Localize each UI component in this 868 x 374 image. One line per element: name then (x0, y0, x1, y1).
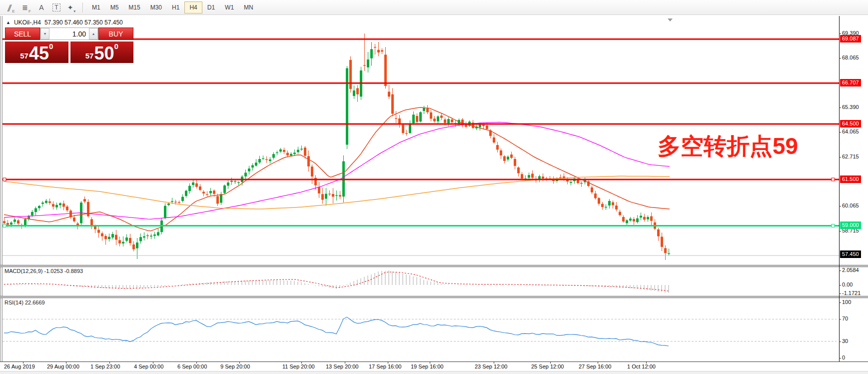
drawing-tools-group: ∥E≣FAT✦▾ (4, 2, 79, 14)
date-label: 1 Sep 23:00 (90, 364, 120, 370)
timeframe-button-mn[interactable]: MN (239, 2, 258, 14)
date-label: 9 Sep 20:00 (220, 364, 250, 370)
price-tick-mark (839, 58, 841, 58)
date-label: 25 Sep 12:00 (531, 364, 564, 370)
date-axis-border (0, 362, 868, 362)
toolbar: ∥E≣FAT✦▾ M1M5M15M30H1H4D1W1MN (0, 0, 868, 15)
symbol-label: UKOil-,H4 (14, 19, 41, 26)
rsi-axis-label: 100 (842, 299, 851, 305)
level-price-chip-66.707: 66.707 (840, 79, 861, 86)
rsi-axis-label: 0 (842, 354, 845, 360)
sell-price-big: 45 (29, 46, 49, 62)
rsi-tick-mark (839, 358, 841, 358)
rsi-axis-label: 30 (842, 338, 848, 344)
level-price-chip-64.500: 64.500 (840, 120, 861, 128)
macd-label: MACD(12,26,9) -1.0253 -0.8893 (4, 268, 83, 274)
rsi-tick-mark (839, 302, 841, 303)
rsi-canvas[interactable] (0, 298, 839, 362)
fibonacci-icon: ≣ (22, 4, 28, 12)
sell-price-sup: 0 (49, 42, 53, 50)
arrows-icon: ✦ (67, 4, 73, 12)
price-tick-mark (839, 34, 841, 34)
trade-panel-price-row: 57 45 0 57 50 0 (5, 42, 133, 63)
buy-price-sup: 0 (114, 42, 118, 50)
price-axis-border (839, 16, 840, 362)
equidistant-channel-button[interactable]: ∥E (5, 2, 18, 14)
date-label: 11 Sep 20:00 (282, 364, 315, 370)
volume-control: ▼ ▲ (40, 28, 98, 40)
price-tick-label: 62.715 (842, 154, 859, 160)
date-label: 4 Sep 00:00 (134, 364, 163, 370)
text-label-button[interactable]: T (50, 2, 63, 14)
timeframe-button-h1[interactable]: H1 (167, 2, 184, 14)
level-price-chip-59.000: 59.000 (840, 222, 861, 229)
ma-line-mid (4, 122, 670, 219)
price-tick-mark (839, 206, 841, 206)
price-tick-mark (839, 231, 841, 232)
line-handle (3, 224, 6, 227)
chart-title: ▲ UKOil-,H4 57.390 57.460 57.350 57.450 (6, 19, 123, 26)
date-label: 23 Sep 12:00 (475, 364, 507, 370)
macd-axis-label: -1.1721 (842, 290, 861, 296)
text-icon: A (39, 4, 43, 12)
volume-decrease-button[interactable]: ▼ (40, 28, 49, 40)
buy-price-big: 50 (94, 46, 114, 62)
rsi-label: RSI(14) 22.6669 (4, 300, 45, 306)
rsi-line (4, 317, 669, 346)
buy-price-display[interactable]: 57 50 0 (70, 42, 134, 63)
date-label: 27 Sep 16:00 (579, 364, 611, 370)
date-label: 19 Sep 16:00 (411, 364, 443, 370)
symbol-marker-icon: ▲ (6, 20, 10, 25)
toolbar-separator (82, 2, 83, 12)
rsi-tick-mark (839, 319, 841, 320)
arrows-button[interactable]: ✦▾ (65, 2, 78, 14)
trade-panel-top-row: SELL ▼ ▲ BUY (5, 28, 133, 40)
arrows-icon-sub: ▾ (73, 9, 75, 14)
date-label: 26 Aug 2019 (4, 364, 35, 370)
level-price-chip-69.087: 69.087 (840, 35, 861, 42)
line-handle (3, 178, 6, 181)
chart-shift-marker (668, 18, 673, 22)
macd-canvas[interactable] (0, 267, 839, 296)
sell-button[interactable]: SELL (5, 28, 40, 40)
volume-input[interactable] (49, 28, 89, 40)
text-label-icon: T (52, 4, 60, 12)
macd-tick-mark (839, 285, 841, 286)
timeframe-button-w1[interactable]: W1 (220, 2, 239, 14)
price-tick-mark (839, 108, 841, 108)
timeframe-button-m15[interactable]: M15 (123, 2, 145, 14)
price-tick-label: 68.065 (842, 54, 859, 60)
timeframe-button-m30[interactable]: M30 (145, 2, 167, 14)
buy-price-prefix: 57 (85, 52, 94, 60)
macd-tick-mark (839, 270, 841, 271)
timeframe-button-m1[interactable]: M1 (87, 2, 105, 14)
sell-price-prefix: 57 (20, 52, 28, 60)
mt4-window: { "toolbar": { "tools": [ {"name": "equi… (0, 0, 868, 374)
date-label: 13 Sep 20:00 (326, 364, 358, 370)
buy-button[interactable]: BUY (98, 28, 133, 40)
date-label: 17 Sep 16:00 (369, 364, 401, 370)
fibonacci-button[interactable]: ≣F (20, 2, 33, 14)
timeframe-button-h4[interactable]: H4 (184, 2, 202, 14)
timeframe-button-m5[interactable]: M5 (105, 2, 124, 14)
line-handle (832, 178, 835, 181)
fibonacci-icon-sub: F (28, 9, 31, 14)
price-tick-label: 60.065 (842, 202, 859, 208)
sell-price-display[interactable]: 57 45 0 (5, 42, 68, 63)
date-label: 1 Oct 12:00 (627, 364, 656, 370)
equidistant-channel-icon-sub: E (12, 9, 14, 14)
one-click-trading-panel: SELL ▼ ▲ BUY 57 45 0 57 50 0 (5, 28, 133, 63)
text-button[interactable]: A (35, 2, 48, 14)
date-label: 6 Sep 00:00 (177, 364, 207, 370)
timeframe-button-d1[interactable]: D1 (202, 2, 220, 14)
price-tick-label: 64.065 (842, 128, 859, 134)
price-tick-mark (839, 132, 841, 132)
line-handle (832, 224, 835, 227)
price-tick-mark (839, 157, 841, 158)
ma-line-fast (4, 108, 670, 231)
volume-increase-button[interactable]: ▲ (89, 28, 98, 40)
ohlc-values: 57.390 57.460 57.350 57.450 (44, 19, 123, 26)
price-tick-label: 65.390 (842, 104, 859, 110)
macd-axis-label: 2.0584 (842, 267, 859, 273)
rsi-tick-mark (839, 342, 841, 342)
